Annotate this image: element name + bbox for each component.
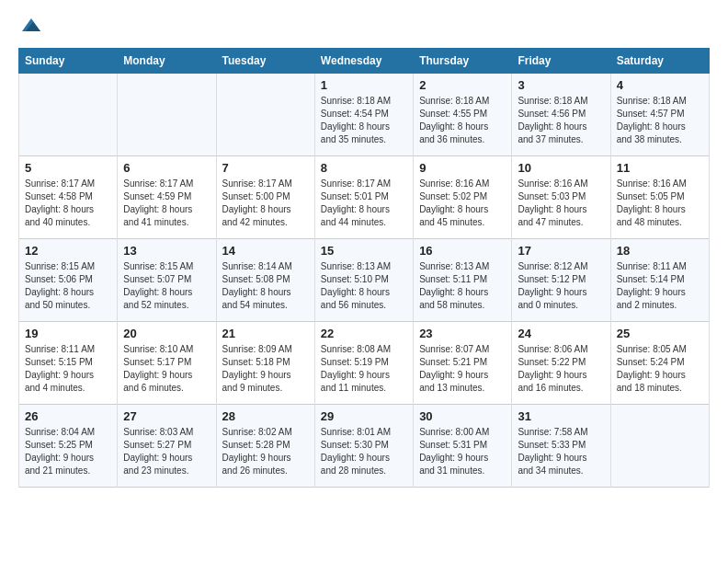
day-info: Sunrise: 8:17 AM Sunset: 5:01 PM Dayligh… xyxy=(321,178,407,229)
page: SundayMondayTuesdayWednesdayThursdayFrid… xyxy=(0,0,728,502)
day-cell xyxy=(216,74,314,156)
day-number: 30 xyxy=(419,409,506,423)
week-row-1: 1Sunrise: 8:18 AM Sunset: 4:54 PM Daylig… xyxy=(19,74,710,156)
day-info: Sunrise: 8:14 AM Sunset: 5:08 PM Dayligh… xyxy=(222,260,309,312)
day-info: Sunrise: 8:18 AM Sunset: 4:56 PM Dayligh… xyxy=(518,95,604,146)
day-number: 7 xyxy=(222,161,309,175)
day-info: Sunrise: 8:16 AM Sunset: 5:05 PM Dayligh… xyxy=(617,178,703,229)
day-cell: 1Sunrise: 8:18 AM Sunset: 4:54 PM Daylig… xyxy=(314,74,413,156)
day-info: Sunrise: 8:16 AM Sunset: 5:02 PM Dayligh… xyxy=(419,178,506,229)
day-info: Sunrise: 8:16 AM Sunset: 5:03 PM Dayligh… xyxy=(518,178,604,229)
day-info: Sunrise: 8:08 AM Sunset: 5:19 PM Dayligh… xyxy=(321,343,407,395)
day-cell: 20Sunrise: 8:10 AM Sunset: 5:17 PM Dayli… xyxy=(118,322,216,405)
day-number: 24 xyxy=(518,327,604,340)
day-number: 21 xyxy=(222,327,309,340)
header xyxy=(18,15,710,39)
day-cell xyxy=(19,74,118,156)
day-number: 12 xyxy=(25,244,111,258)
day-cell: 9Sunrise: 8:16 AM Sunset: 5:02 PM Daylig… xyxy=(414,156,512,239)
day-cell: 4Sunrise: 8:18 AM Sunset: 4:57 PM Daylig… xyxy=(610,74,709,156)
day-cell: 3Sunrise: 8:18 AM Sunset: 4:56 PM Daylig… xyxy=(512,74,610,156)
week-row-4: 19Sunrise: 8:11 AM Sunset: 5:15 PM Dayli… xyxy=(19,322,710,405)
week-row-2: 5Sunrise: 8:17 AM Sunset: 4:58 PM Daylig… xyxy=(19,156,710,239)
day-number: 27 xyxy=(123,409,210,423)
day-info: Sunrise: 7:58 AM Sunset: 5:33 PM Dayligh… xyxy=(518,426,604,477)
day-number: 14 xyxy=(222,244,309,258)
day-info: Sunrise: 8:11 AM Sunset: 5:15 PM Dayligh… xyxy=(25,343,111,395)
day-cell: 13Sunrise: 8:15 AM Sunset: 5:07 PM Dayli… xyxy=(118,239,216,322)
day-number: 11 xyxy=(617,161,703,175)
day-cell: 2Sunrise: 8:18 AM Sunset: 4:55 PM Daylig… xyxy=(414,74,512,156)
day-info: Sunrise: 8:18 AM Sunset: 4:57 PM Dayligh… xyxy=(617,95,703,146)
day-cell xyxy=(610,405,709,488)
day-number: 28 xyxy=(222,409,309,423)
day-cell: 22Sunrise: 8:08 AM Sunset: 5:19 PM Dayli… xyxy=(314,322,413,405)
day-info: Sunrise: 8:13 AM Sunset: 5:10 PM Dayligh… xyxy=(321,260,407,312)
day-cell: 10Sunrise: 8:16 AM Sunset: 5:03 PM Dayli… xyxy=(512,156,610,239)
day-info: Sunrise: 8:18 AM Sunset: 4:54 PM Dayligh… xyxy=(321,95,407,146)
logo-icon xyxy=(20,15,42,37)
day-cell: 11Sunrise: 8:16 AM Sunset: 5:05 PM Dayli… xyxy=(610,156,709,239)
week-row-3: 12Sunrise: 8:15 AM Sunset: 5:06 PM Dayli… xyxy=(19,239,710,322)
day-cell: 30Sunrise: 8:00 AM Sunset: 5:31 PM Dayli… xyxy=(414,405,512,488)
day-number: 26 xyxy=(25,409,111,423)
day-number: 1 xyxy=(321,78,407,92)
day-info: Sunrise: 8:10 AM Sunset: 5:17 PM Dayligh… xyxy=(123,343,210,395)
day-cell: 7Sunrise: 8:17 AM Sunset: 5:00 PM Daylig… xyxy=(216,156,314,239)
day-number: 31 xyxy=(518,409,604,423)
day-info: Sunrise: 8:00 AM Sunset: 5:31 PM Dayligh… xyxy=(419,426,506,477)
header-row: SundayMondayTuesdayWednesdayThursdayFrid… xyxy=(19,49,710,74)
day-number: 9 xyxy=(419,161,506,175)
day-number: 3 xyxy=(518,78,604,92)
day-info: Sunrise: 8:18 AM Sunset: 4:55 PM Dayligh… xyxy=(419,95,506,146)
day-cell: 27Sunrise: 8:03 AM Sunset: 5:27 PM Dayli… xyxy=(118,405,216,488)
day-cell: 16Sunrise: 8:13 AM Sunset: 5:11 PM Dayli… xyxy=(414,239,512,322)
header-cell-sunday: Sunday xyxy=(19,49,118,74)
day-cell: 8Sunrise: 8:17 AM Sunset: 5:01 PM Daylig… xyxy=(314,156,413,239)
day-number: 19 xyxy=(25,327,111,340)
day-number: 22 xyxy=(321,327,407,340)
week-row-5: 26Sunrise: 8:04 AM Sunset: 5:25 PM Dayli… xyxy=(19,405,710,488)
header-cell-saturday: Saturday xyxy=(610,49,709,74)
day-number: 2 xyxy=(419,78,506,92)
day-cell: 5Sunrise: 8:17 AM Sunset: 4:58 PM Daylig… xyxy=(19,156,118,239)
day-info: Sunrise: 8:09 AM Sunset: 5:18 PM Dayligh… xyxy=(222,343,309,395)
day-info: Sunrise: 8:17 AM Sunset: 4:58 PM Dayligh… xyxy=(25,178,111,229)
day-cell: 31Sunrise: 7:58 AM Sunset: 5:33 PM Dayli… xyxy=(512,405,610,488)
header-cell-thursday: Thursday xyxy=(414,49,512,74)
day-cell: 24Sunrise: 8:06 AM Sunset: 5:22 PM Dayli… xyxy=(512,322,610,405)
day-cell: 23Sunrise: 8:07 AM Sunset: 5:21 PM Dayli… xyxy=(414,322,512,405)
day-info: Sunrise: 8:05 AM Sunset: 5:24 PM Dayligh… xyxy=(617,343,703,395)
day-cell: 12Sunrise: 8:15 AM Sunset: 5:06 PM Dayli… xyxy=(19,239,118,322)
header-cell-friday: Friday xyxy=(512,49,610,74)
day-info: Sunrise: 8:03 AM Sunset: 5:27 PM Dayligh… xyxy=(123,426,210,477)
logo xyxy=(18,15,42,39)
day-cell xyxy=(118,74,216,156)
day-cell: 15Sunrise: 8:13 AM Sunset: 5:10 PM Dayli… xyxy=(314,239,413,322)
day-cell: 21Sunrise: 8:09 AM Sunset: 5:18 PM Dayli… xyxy=(216,322,314,405)
day-info: Sunrise: 8:12 AM Sunset: 5:12 PM Dayligh… xyxy=(518,260,604,312)
day-number: 15 xyxy=(321,244,407,258)
day-info: Sunrise: 8:07 AM Sunset: 5:21 PM Dayligh… xyxy=(419,343,506,395)
day-number: 18 xyxy=(617,244,703,258)
day-number: 6 xyxy=(123,161,210,175)
day-number: 20 xyxy=(123,327,210,340)
day-info: Sunrise: 8:01 AM Sunset: 5:30 PM Dayligh… xyxy=(321,426,407,477)
calendar-table: SundayMondayTuesdayWednesdayThursdayFrid… xyxy=(18,48,710,488)
header-cell-tuesday: Tuesday xyxy=(216,49,314,74)
day-info: Sunrise: 8:04 AM Sunset: 5:25 PM Dayligh… xyxy=(25,426,111,477)
day-info: Sunrise: 8:11 AM Sunset: 5:14 PM Dayligh… xyxy=(617,260,703,312)
day-number: 17 xyxy=(518,244,604,258)
day-cell: 19Sunrise: 8:11 AM Sunset: 5:15 PM Dayli… xyxy=(19,322,118,405)
day-cell: 14Sunrise: 8:14 AM Sunset: 5:08 PM Dayli… xyxy=(216,239,314,322)
day-info: Sunrise: 8:15 AM Sunset: 5:07 PM Dayligh… xyxy=(123,260,210,312)
header-cell-monday: Monday xyxy=(118,49,216,74)
day-info: Sunrise: 8:13 AM Sunset: 5:11 PM Dayligh… xyxy=(419,260,506,312)
day-cell: 18Sunrise: 8:11 AM Sunset: 5:14 PM Dayli… xyxy=(610,239,709,322)
day-number: 29 xyxy=(321,409,407,423)
day-number: 23 xyxy=(419,327,506,340)
day-cell: 28Sunrise: 8:02 AM Sunset: 5:28 PM Dayli… xyxy=(216,405,314,488)
day-cell: 6Sunrise: 8:17 AM Sunset: 4:59 PM Daylig… xyxy=(118,156,216,239)
day-info: Sunrise: 8:02 AM Sunset: 5:28 PM Dayligh… xyxy=(222,426,309,477)
day-number: 13 xyxy=(123,244,210,258)
